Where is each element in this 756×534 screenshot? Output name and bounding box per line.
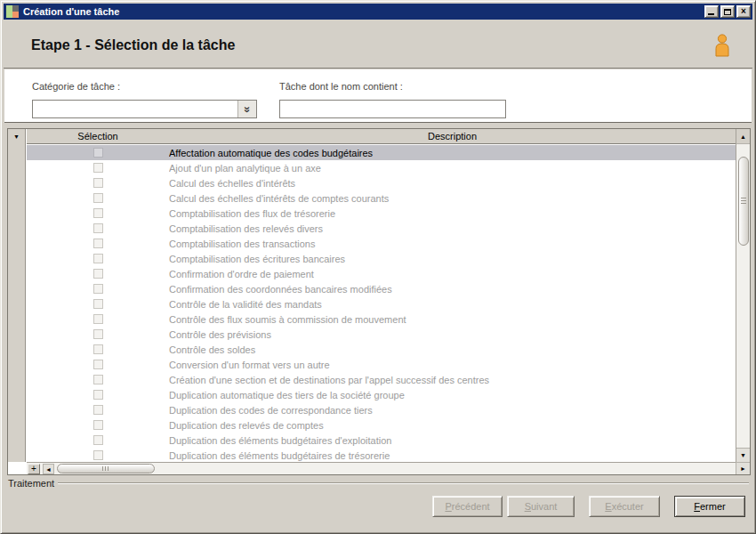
selection-cell [27, 208, 169, 218]
table-row[interactable]: Calcul des échelles d'intérêts [27, 175, 736, 190]
column-header-description[interactable]: Description [169, 129, 736, 143]
row-checkbox[interactable] [93, 193, 103, 203]
scroll-up-button[interactable]: ▲ [736, 129, 750, 144]
table-row[interactable]: Comptabilisation des transactions [27, 236, 736, 251]
expand-button[interactable]: + [28, 464, 40, 474]
row-checkbox[interactable] [93, 450, 103, 460]
row-checkbox[interactable] [93, 239, 103, 248]
table-row[interactable]: Duplication des éléments budgétaires de … [27, 448, 736, 462]
next-button[interactable]: Suivant [507, 496, 575, 517]
table-row[interactable]: Contrôle des soldes [27, 342, 736, 357]
table-row[interactable]: Confirmation des coordonnées bancaires m… [27, 281, 736, 296]
person-icon [712, 33, 732, 61]
selection-cell [27, 344, 169, 354]
table-row[interactable]: Duplication des relevés de comptes [27, 417, 736, 433]
selection-cell [27, 193, 169, 203]
scroll-right-button[interactable]: ► [736, 462, 750, 474]
vertical-scrollbar-thumb[interactable] [738, 157, 749, 246]
table-row[interactable]: Comptabilisation des flux de trésorerie [27, 206, 736, 221]
close-icon: × [741, 7, 746, 16]
table-row[interactable]: Duplication des éléments budgétaires d'e… [27, 433, 736, 448]
row-checkbox[interactable] [93, 223, 103, 233]
selection-cell [27, 269, 169, 279]
row-description: Comptabilisation des flux de trésorerie [169, 208, 736, 219]
row-checkbox[interactable] [93, 269, 103, 279]
table-row[interactable]: Comptabilisation des écritures bancaires [27, 251, 736, 266]
row-checkbox[interactable] [93, 163, 103, 173]
selection-cell [27, 450, 169, 460]
table-row[interactable]: Comptabilisation des relevés divers [27, 221, 736, 236]
table-row[interactable]: Duplication des codes de correspondance … [27, 402, 736, 417]
table-body: Affectation automatique des codes budgét… [27, 145, 736, 462]
horizontal-scrollbar-thumb[interactable] [57, 464, 155, 473]
execute-button[interactable]: Exécuter [589, 496, 660, 517]
minimize-icon [708, 13, 714, 15]
category-value [33, 101, 237, 117]
row-checkbox[interactable] [93, 299, 103, 309]
table-row[interactable]: Conversion d'un format vers un autre [27, 357, 736, 372]
table-row[interactable]: Contrôle des prévisions [27, 327, 736, 342]
previous-button[interactable]: Précédent [432, 496, 503, 517]
table-row[interactable]: Contrôle des flux soumis à commission de… [27, 312, 736, 327]
selection-cell [27, 239, 169, 248]
selection-cell [27, 254, 169, 263]
group-divider [8, 482, 749, 484]
table-row[interactable]: Duplication automatique des tiers de la … [27, 387, 736, 402]
row-checkbox[interactable] [93, 148, 103, 158]
maximize-button[interactable] [720, 5, 735, 18]
category-combobox[interactable]: » [32, 100, 257, 118]
selection-cell [27, 284, 169, 294]
row-description: Confirmation d'ordre de paiement [169, 269, 736, 279]
category-label: Catégorie de tâche : [32, 81, 120, 92]
titlebar[interactable]: Création d'une tâche × [4, 4, 752, 20]
row-checkbox[interactable] [93, 405, 103, 415]
horizontal-scrollbar[interactable]: + ◄ [27, 462, 736, 474]
wizard-header: Etape 1 - Sélection de la tâche [4, 20, 752, 69]
row-checkbox[interactable] [93, 208, 103, 218]
row-checkbox[interactable] [93, 420, 103, 430]
row-description: Ajout d'un plan analytique à un axe [169, 163, 736, 174]
selection-cell [27, 390, 169, 400]
table-row[interactable]: Ajout d'un plan analytique à un axe [27, 160, 736, 175]
table-row[interactable]: Affectation automatique des codes budgét… [27, 145, 736, 160]
table-row[interactable]: Confirmation d'ordre de paiement [27, 266, 736, 281]
task-name-input[interactable] [279, 100, 506, 118]
filter-panel: Catégorie de tâche : » Tâche dont le nom… [4, 69, 752, 123]
combo-dropdown-button[interactable]: » [237, 101, 256, 117]
table-row[interactable]: Contrôle de la validité des mandats [27, 296, 736, 312]
close-dialog-button[interactable]: Fermer [674, 496, 745, 517]
selection-cell [27, 375, 169, 384]
triangle-right-icon: ► [740, 465, 746, 472]
row-description: Contrôle des soldes [169, 344, 736, 355]
row-checkbox[interactable] [93, 390, 103, 400]
table-menu-button[interactable]: ▼ [8, 129, 25, 144]
row-description: Duplication des relevés de comptes [169, 420, 736, 431]
scroll-left-button[interactable]: ◄ [43, 464, 54, 474]
row-checkbox[interactable] [93, 254, 103, 263]
selection-cell [27, 314, 169, 324]
app-icon [6, 5, 19, 18]
row-checkbox[interactable] [93, 314, 103, 324]
window-title: Création d'une tâche [19, 6, 704, 17]
triangle-left-icon: ◄ [45, 466, 52, 473]
vertical-scrollbar[interactable]: ▲ ▼ [736, 129, 750, 462]
triangle-down-icon: ▼ [13, 134, 20, 140]
selection-cell [27, 223, 169, 233]
row-checkbox[interactable] [93, 344, 103, 354]
column-header-selection[interactable]: Sélection [27, 129, 169, 143]
plus-icon: + [31, 464, 36, 473]
maximize-icon [724, 9, 731, 15]
minimize-button[interactable] [704, 5, 719, 18]
close-button[interactable]: × [736, 5, 751, 18]
task-table: ▼ Sélection Description Affectation auto… [7, 128, 751, 475]
scroll-down-button[interactable]: ▼ [736, 448, 750, 462]
row-checkbox[interactable] [93, 375, 103, 384]
row-checkbox[interactable] [93, 329, 103, 339]
row-checkbox[interactable] [93, 360, 103, 369]
triangle-down-icon: ▼ [740, 452, 746, 458]
row-checkbox[interactable] [93, 178, 103, 188]
row-checkbox[interactable] [93, 435, 103, 445]
table-row[interactable]: Calcul des échelles d'intérêts de compte… [27, 190, 736, 206]
row-checkbox[interactable] [93, 284, 103, 294]
table-row[interactable]: Création d'une section et de destination… [27, 372, 736, 387]
